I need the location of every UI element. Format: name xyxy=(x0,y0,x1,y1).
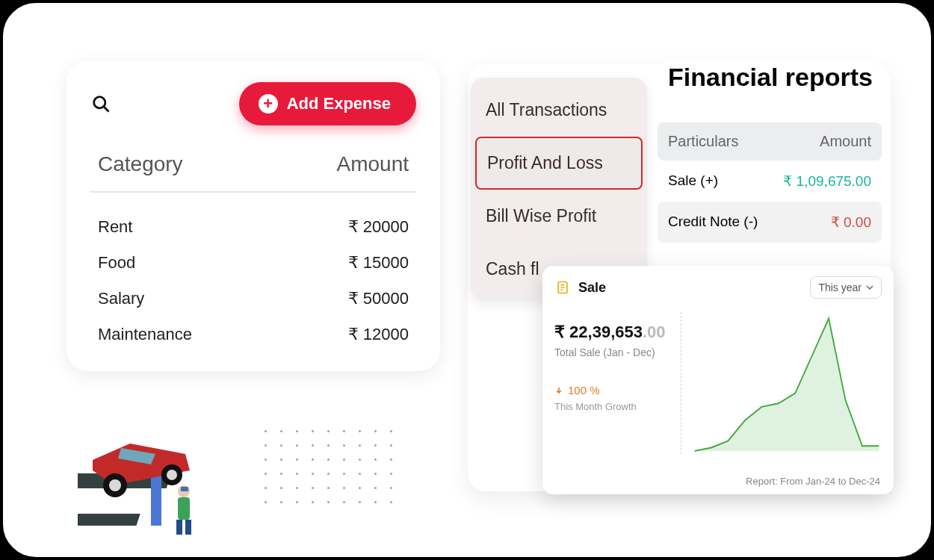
report-range: Report: From Jan-24 to Dec-24 xyxy=(746,476,880,487)
total-sale-subtitle: Total Sale (Jan - Dec) xyxy=(554,346,681,358)
reports-title: Financial reports xyxy=(664,60,877,95)
table-row: Credit Note (-) ₹ 0.00 xyxy=(658,202,882,243)
sale-chart xyxy=(681,312,882,454)
header-category: Category xyxy=(98,152,183,176)
app-window: + Add Expense Category Amount Rent ₹2000… xyxy=(0,0,934,560)
svg-rect-10 xyxy=(178,497,190,520)
table-row: Food ₹15000 xyxy=(98,245,409,281)
row-label: Maintenance xyxy=(98,325,192,344)
particulars-table: Particulars Amount Sale (+) ₹ 1,09,675.0… xyxy=(658,122,882,243)
row-amount: ₹12000 xyxy=(348,325,409,344)
table-row: Maintenance ₹12000 xyxy=(98,317,409,352)
period-select[interactable]: This year xyxy=(810,276,882,299)
row-amount: ₹15000 xyxy=(348,253,409,273)
table-row: Rent ₹20000 xyxy=(98,209,409,245)
row-label: Credit Note (-) xyxy=(668,214,758,231)
row-label: Food xyxy=(98,253,135,273)
svg-point-8 xyxy=(167,470,177,480)
growth-pct: 100 % xyxy=(568,384,600,396)
row-amount: ₹20000 xyxy=(348,217,409,237)
svg-rect-11 xyxy=(176,520,182,535)
table-row: Sale (+) ₹ 1,09,675.00 xyxy=(658,161,882,202)
reports-panel: Financial reports All Transactions Profi… xyxy=(468,64,891,491)
row-value: ₹ 0.00 xyxy=(831,214,871,231)
svg-rect-12 xyxy=(185,520,191,535)
area-chart xyxy=(692,312,882,454)
period-label: This year xyxy=(818,281,862,293)
add-expense-button[interactable]: + Add Expense xyxy=(239,82,416,125)
svg-point-6 xyxy=(109,479,121,491)
svg-rect-13 xyxy=(181,487,188,491)
sale-title: Sale xyxy=(578,280,606,296)
decorative-dots xyxy=(265,430,392,503)
svg-line-1 xyxy=(104,107,108,111)
sale-body: ₹ 22,39,653.00 Total Sale (Jan - Dec) 10… xyxy=(554,312,882,454)
sale-card-header: Sale This year xyxy=(554,276,882,299)
svg-point-0 xyxy=(94,97,105,108)
sale-title-wrap: Sale xyxy=(554,279,606,296)
expense-table-body: Rent ₹20000 Food ₹15000 Salary ₹50000 Ma… xyxy=(90,193,416,352)
particulars-header: Particulars Amount xyxy=(658,122,882,161)
svg-rect-4 xyxy=(78,514,140,526)
chevron-down-icon xyxy=(866,284,873,291)
row-value: ₹ 1,09,675.00 xyxy=(783,172,871,190)
add-expense-label: Add Expense xyxy=(287,94,391,113)
row-label: Salary xyxy=(98,289,144,308)
total-sale-value: ₹ 22,39,653.00 xyxy=(554,323,681,342)
expense-toolbar: + Add Expense xyxy=(90,76,416,139)
row-amount: ₹50000 xyxy=(348,289,409,308)
table-row: Salary ₹50000 xyxy=(98,281,409,317)
sidebar-item-profit-and-loss[interactable]: Profit And Loss xyxy=(475,137,643,190)
row-label: Sale (+) xyxy=(668,172,718,190)
row-label: Rent xyxy=(98,217,132,237)
sidebar-item-all-transactions[interactable]: All Transactions xyxy=(471,84,647,137)
header-particulars: Particulars xyxy=(668,133,738,150)
header-amount: Amount xyxy=(820,133,871,150)
sidebar-item-bill-wise-profit[interactable]: Bill Wise Profit xyxy=(471,190,647,243)
growth-row: 100 % xyxy=(554,384,681,396)
car-repair-illustration xyxy=(78,421,212,541)
arrow-down-icon xyxy=(554,386,563,395)
header-amount: Amount xyxy=(337,152,409,176)
plus-icon: + xyxy=(259,94,278,113)
sale-summary: ₹ 22,39,653.00 Total Sale (Jan - Dec) 10… xyxy=(554,312,681,454)
growth-label: This Month Growth xyxy=(554,401,681,412)
sale-card: Sale This year ₹ 22,39,653.00 Total Sale… xyxy=(542,266,894,494)
expense-table-header: Category Amount xyxy=(90,139,416,193)
search-icon[interactable] xyxy=(90,93,111,114)
expense-card: + Add Expense Category Amount Rent ₹2000… xyxy=(67,61,440,371)
receipt-icon xyxy=(554,279,571,296)
